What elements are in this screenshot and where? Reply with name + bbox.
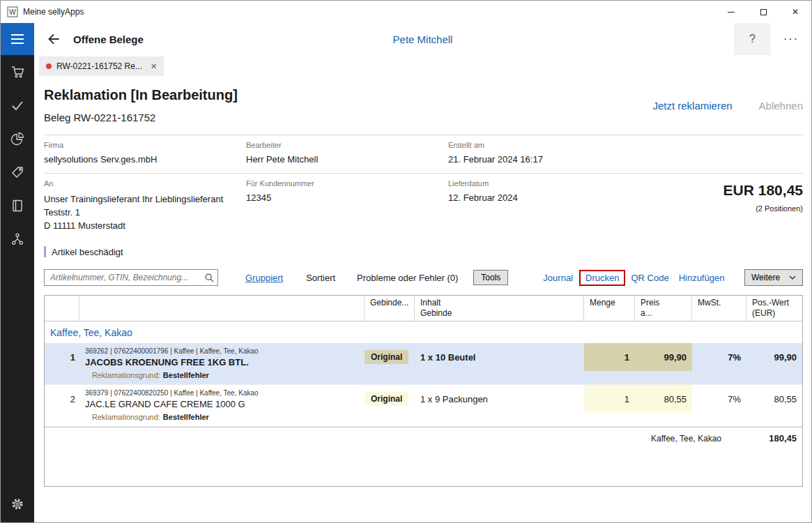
maximize-button[interactable] bbox=[747, 1, 779, 23]
window-title: Meine sellyApps bbox=[23, 7, 84, 17]
menge-value: 1 bbox=[584, 385, 635, 413]
gear-icon bbox=[10, 497, 24, 511]
kundennummer-value: 12345 bbox=[246, 192, 441, 203]
user-name[interactable]: Pete Mitchell bbox=[393, 33, 453, 45]
minimize-button[interactable] bbox=[715, 1, 747, 23]
col-inhalt[interactable]: Inhalt Gebinde bbox=[415, 296, 584, 321]
titlebar: W Meine sellyApps ✕ bbox=[1, 1, 811, 23]
sidebar-item-orders[interactable] bbox=[1, 55, 34, 89]
probleme-filter[interactable]: Probleme oder Fehler (0) bbox=[357, 273, 458, 283]
col-preis[interactable]: Preis a... bbox=[635, 296, 692, 321]
article-name: JAC.LE GRAND CAFE CREME 1000 G bbox=[85, 399, 359, 409]
preis-value: 99,90 bbox=[635, 343, 692, 371]
article-meta: 369379 | 07622400820250 | Kaffee | Kaffe… bbox=[85, 389, 359, 397]
item-toolbar: Gruppiert Sortiert Probleme oder Fehler … bbox=[44, 268, 803, 287]
inhalt-value: 1 x 10 Beutel bbox=[415, 352, 584, 363]
sidebar-item-catalog[interactable] bbox=[1, 189, 34, 222]
maximize-icon bbox=[760, 9, 767, 15]
col-pos-wert[interactable]: Pos.-Wert (EUR) bbox=[746, 296, 802, 321]
document-total: EUR 180,45 bbox=[650, 182, 803, 199]
note-marker bbox=[44, 246, 46, 257]
chevron-down-icon bbox=[789, 275, 796, 280]
tools-button[interactable]: Tools bbox=[473, 270, 508, 285]
document-area: Reklamation [In Bearbeitung] Beleg RW-02… bbox=[34, 76, 811, 522]
pie-chart-icon bbox=[10, 132, 24, 146]
close-button[interactable]: ✕ bbox=[779, 1, 811, 23]
tab-label: RW-0221-161752 Re... bbox=[56, 61, 142, 71]
col-row-number bbox=[45, 296, 79, 321]
note-text: Artikel beschädigt bbox=[52, 247, 123, 257]
svg-text:W: W bbox=[9, 8, 16, 16]
fields-row-2: An Unser Trainingslieferant Ihr Liebling… bbox=[44, 173, 803, 241]
back-button[interactable] bbox=[44, 29, 63, 49]
mwst-value: 7% bbox=[692, 352, 746, 363]
sidebar-item-prices[interactable] bbox=[1, 156, 34, 189]
journal-button[interactable]: Journal bbox=[543, 273, 573, 283]
col-description bbox=[79, 296, 365, 321]
reklamationsgrund: Reklamationsgrund:Bestellfehler bbox=[45, 413, 802, 426]
app-icon: W bbox=[7, 6, 18, 17]
group-footer: Kaffee, Tee, Kakao 180,45 bbox=[45, 427, 802, 449]
menu-button[interactable] bbox=[1, 23, 34, 55]
gebinde-badge: Original bbox=[365, 350, 408, 364]
reclaim-now-button[interactable]: Jetzt reklamieren bbox=[652, 100, 732, 112]
mwst-value: 7% bbox=[692, 394, 746, 404]
document-actions: Jetzt reklamieren Ablehnen bbox=[652, 100, 803, 112]
sidebar-item-settings[interactable] bbox=[1, 487, 34, 521]
table-row[interactable]: 1 369262 | 07622400001796 | Kaffee | Kaf… bbox=[45, 343, 802, 385]
hinzufuegen-button[interactable]: Hinzufügen bbox=[679, 273, 725, 283]
cart-icon bbox=[10, 65, 24, 79]
help-button[interactable]: ? bbox=[734, 23, 771, 55]
book-icon bbox=[10, 199, 24, 213]
unsaved-dot-icon bbox=[46, 63, 52, 69]
article-meta: 369262 | 07622400001796 | Kaffee | Kaffe… bbox=[85, 347, 359, 355]
reject-button[interactable]: Ablehnen bbox=[759, 100, 803, 112]
document-number: Beleg RW-0221-161752 bbox=[44, 111, 238, 125]
complaint-note: Artikel beschädigt bbox=[44, 246, 803, 257]
help-icon: ? bbox=[749, 33, 756, 45]
erstellt-label: Erstellt am bbox=[448, 141, 796, 149]
col-gebinde[interactable]: Gebinde... bbox=[365, 296, 415, 321]
back-arrow-icon bbox=[46, 31, 61, 47]
positions-count: (2 Positionen) bbox=[650, 204, 803, 213]
window-controls: ✕ bbox=[715, 1, 811, 23]
bearbeiter-value: Herr Pete Mitchell bbox=[246, 154, 441, 165]
qr-code-button[interactable]: QR Code bbox=[631, 273, 668, 283]
tab-strip: RW-0221-161752 Re... ✕ bbox=[34, 55, 811, 76]
sidebar bbox=[1, 23, 34, 522]
sortiert-toggle[interactable]: Sortiert bbox=[306, 273, 335, 283]
document-header: Reklamation [In Bearbeitung] Beleg RW-02… bbox=[44, 86, 803, 125]
tab-close-icon[interactable]: ✕ bbox=[151, 62, 157, 71]
erstellt-value: 21. Februar 2024 16:17 bbox=[448, 154, 796, 165]
page-title: Offene Belege bbox=[73, 33, 144, 45]
gruppiert-toggle[interactable]: Gruppiert bbox=[245, 273, 283, 283]
weitere-dropdown[interactable]: Weitere bbox=[744, 269, 803, 286]
reklamationsgrund: Reklamationsgrund:Bestellfehler bbox=[45, 371, 802, 384]
positions-table: Gebinde... Inhalt Gebinde Menge Preis a.… bbox=[44, 295, 803, 487]
sidebar-item-network[interactable] bbox=[1, 222, 34, 256]
table-header: Gebinde... Inhalt Gebinde Menge Preis a.… bbox=[45, 296, 802, 321]
search-input[interactable] bbox=[44, 269, 218, 286]
app-window: W Meine sellyApps ✕ bbox=[0, 0, 812, 523]
group-footer-total: 180,45 bbox=[741, 433, 797, 444]
table-row[interactable]: 2 369379 | 07622400820250 | Kaffee | Kaf… bbox=[45, 385, 802, 427]
more-button[interactable]: ··· bbox=[771, 23, 811, 55]
preis-value: 80,55 bbox=[635, 385, 692, 413]
ellipsis-icon: ··· bbox=[783, 33, 799, 45]
col-menge[interactable]: Menge bbox=[584, 296, 635, 321]
sidebar-item-statistics[interactable] bbox=[1, 122, 34, 156]
drucken-button[interactable]: Drucken bbox=[585, 273, 619, 283]
check-icon bbox=[10, 98, 24, 112]
weitere-label: Weitere bbox=[751, 273, 780, 282]
col-mwst[interactable]: MwSt. bbox=[692, 296, 746, 321]
sidebar-item-tasks[interactable] bbox=[1, 89, 34, 122]
search-icon bbox=[204, 273, 214, 282]
hamburger-icon bbox=[11, 34, 24, 36]
tab-document[interactable]: RW-0221-161752 Re... ✕ bbox=[39, 56, 164, 76]
an-label: An bbox=[44, 179, 239, 188]
minimize-icon bbox=[728, 12, 735, 13]
row-number: 2 bbox=[45, 394, 79, 404]
group-header[interactable]: Kaffee, Tee, Kakao bbox=[45, 321, 802, 343]
tag-icon bbox=[10, 165, 24, 179]
pos-wert-value: 80,55 bbox=[746, 394, 802, 404]
